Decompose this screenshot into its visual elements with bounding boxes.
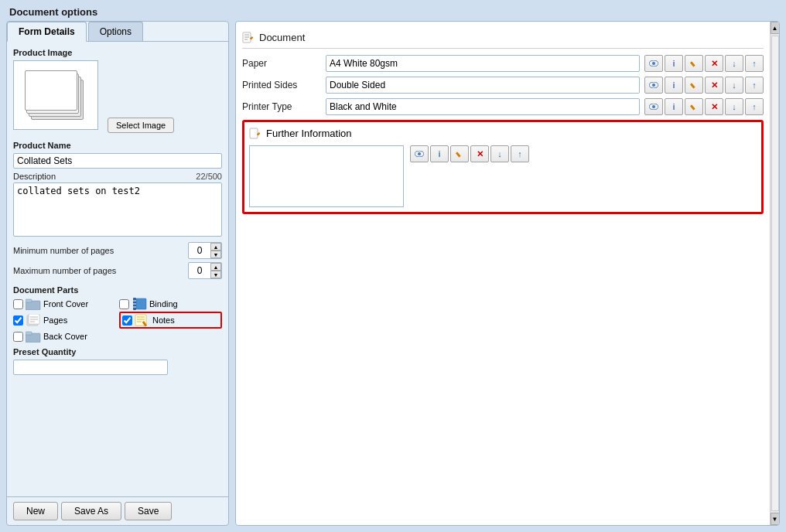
min-pages-up-btn[interactable]: ▲ (210, 243, 221, 251)
svg-rect-33 (250, 128, 258, 138)
description-textarea[interactable]: collated sets on test2 (13, 182, 222, 237)
product-name-field-row (13, 153, 222, 169)
max-pages-row: Maximum number of pages ▲ ▼ (13, 262, 222, 279)
max-pages-input-wrap: ▲ ▼ (188, 262, 222, 279)
doc-part-front-cover: Front Cover (13, 298, 116, 310)
save-button[interactable]: Save (125, 502, 172, 520)
further-info-down-btn[interactable]: ↓ (490, 145, 509, 162)
notes-checkbox[interactable] (122, 315, 132, 326)
svg-rect-8 (29, 314, 39, 324)
delete-icon-2: ✕ (711, 80, 718, 90)
further-info-info-btn[interactable]: i (430, 145, 449, 162)
further-info-up-btn[interactable]: ↑ (511, 145, 529, 162)
further-info-edit-btn[interactable] (450, 145, 469, 162)
min-pages-input[interactable] (189, 244, 210, 257)
product-name-label: Product Name (13, 141, 222, 150)
delete-icon-4: ✕ (477, 149, 484, 159)
binding-label: Binding (149, 299, 178, 309)
paper-eye-btn[interactable] (644, 55, 663, 72)
front-cover-checkbox[interactable] (13, 299, 23, 309)
binding-icon (132, 298, 147, 310)
printed-sides-select[interactable]: Double Sided Single Sided (326, 77, 640, 94)
paper-up-btn[interactable]: ↑ (745, 55, 764, 72)
printer-type-delete-btn[interactable]: ✕ (705, 98, 723, 115)
paper-down-btn[interactable]: ↓ (725, 55, 743, 72)
max-pages-label: Maximum number of pages (13, 266, 185, 275)
further-info-eye-btn[interactable] (410, 145, 429, 162)
further-info-textarea[interactable] (249, 145, 404, 207)
pages-checkbox[interactable] (13, 315, 23, 326)
scroll-track[interactable] (771, 36, 779, 511)
tab-options[interactable]: Options (88, 22, 143, 41)
printed-sides-eye-btn[interactable] (644, 77, 663, 94)
document-header: Document (242, 26, 764, 49)
up-arrow-icon: ↑ (752, 59, 757, 68)
printed-sides-edit-btn[interactable] (685, 77, 703, 94)
image-area: Select Image (13, 60, 222, 133)
down-arrow-icon-3: ↓ (732, 102, 736, 111)
product-name-input[interactable] (13, 153, 222, 169)
doc-part-pages: Pages (13, 312, 116, 329)
pages-icon (26, 314, 41, 326)
pages-label: Pages (43, 315, 67, 325)
tab-form-details[interactable]: Form Details (7, 22, 87, 42)
printer-type-select-wrap: Black and White Colour i (326, 98, 764, 115)
main-content: Form Details Options Product Image (0, 21, 786, 532)
printer-type-select[interactable]: Black and White Colour (326, 98, 640, 115)
min-pages-down-btn[interactable]: ▼ (210, 251, 221, 258)
eye-icon-2 (649, 82, 658, 88)
svg-rect-29 (690, 83, 695, 88)
min-pages-label: Minimum number of pages (13, 246, 185, 255)
further-information-box: Further Information (242, 120, 764, 214)
max-pages-down-btn[interactable]: ▼ (210, 271, 221, 278)
pencil-icon (690, 60, 699, 68)
min-pages-input-wrap: ▲ ▼ (188, 242, 222, 259)
preset-quantity-input[interactable] (13, 360, 168, 375)
paper-row: Paper A4 White 80gsm (242, 55, 764, 72)
notes-icon (135, 314, 150, 326)
front-cover-icon (26, 298, 41, 310)
further-info-header: Further Information (249, 127, 757, 139)
printer-type-eye-btn[interactable] (644, 98, 663, 115)
up-arrow-icon-2: ↑ (752, 80, 757, 90)
back-cover-checkbox[interactable] (13, 332, 23, 342)
product-image-label: Product Image (13, 48, 222, 57)
product-image-box (13, 60, 98, 130)
paper-select[interactable]: A4 White 80gsm (326, 55, 640, 72)
printed-sides-info-btn[interactable]: i (665, 77, 683, 94)
doc-part-notes: Notes (119, 312, 222, 329)
delete-icon-3: ✕ (711, 102, 718, 112)
printer-type-info-btn[interactable]: i (665, 98, 683, 115)
right-panel: ▲ ▼ Document P (235, 21, 780, 526)
document-options-window: Document options Form Details Options Pr… (0, 0, 786, 532)
max-pages-input[interactable] (189, 264, 210, 277)
paper-stack-icon (25, 70, 87, 121)
printer-type-up-btn[interactable]: ↑ (745, 98, 764, 115)
printed-sides-down-btn[interactable]: ↓ (725, 77, 743, 94)
paper-info-btn[interactable]: i (665, 55, 683, 72)
binding-checkbox[interactable] (119, 299, 129, 309)
svg-point-36 (418, 152, 421, 155)
left-panel-body: Product Image Select Image Product Name (7, 42, 228, 496)
eye-icon-3 (649, 104, 658, 110)
paper-delete-btn[interactable]: ✕ (705, 55, 723, 72)
svg-rect-1 (26, 299, 32, 302)
description-field-row: Description 22/500 collated sets on test… (13, 172, 222, 239)
further-info-action-icons: i ✕ (410, 145, 529, 162)
back-cover-icon (26, 330, 41, 343)
new-button[interactable]: New (13, 502, 58, 520)
scroll-up-arrow[interactable]: ▲ (771, 22, 780, 34)
further-info-delete-btn[interactable]: ✕ (470, 145, 489, 162)
printed-sides-up-btn[interactable]: ↑ (745, 77, 764, 94)
max-pages-up-btn[interactable]: ▲ (210, 263, 221, 271)
further-info-content: i ✕ (249, 145, 757, 207)
select-image-button[interactable]: Select Image (108, 118, 174, 133)
printer-type-down-btn[interactable]: ↓ (725, 98, 743, 115)
printer-type-edit-btn[interactable] (685, 98, 703, 115)
printer-type-action-icons: i ✕ ↓ (644, 98, 764, 115)
scroll-down-arrow[interactable]: ▼ (771, 513, 780, 525)
save-as-button[interactable]: Save As (61, 502, 121, 520)
paper-edit-btn[interactable] (685, 55, 703, 72)
printed-sides-delete-btn[interactable]: ✕ (705, 77, 723, 94)
down-arrow-icon: ↓ (732, 59, 736, 68)
